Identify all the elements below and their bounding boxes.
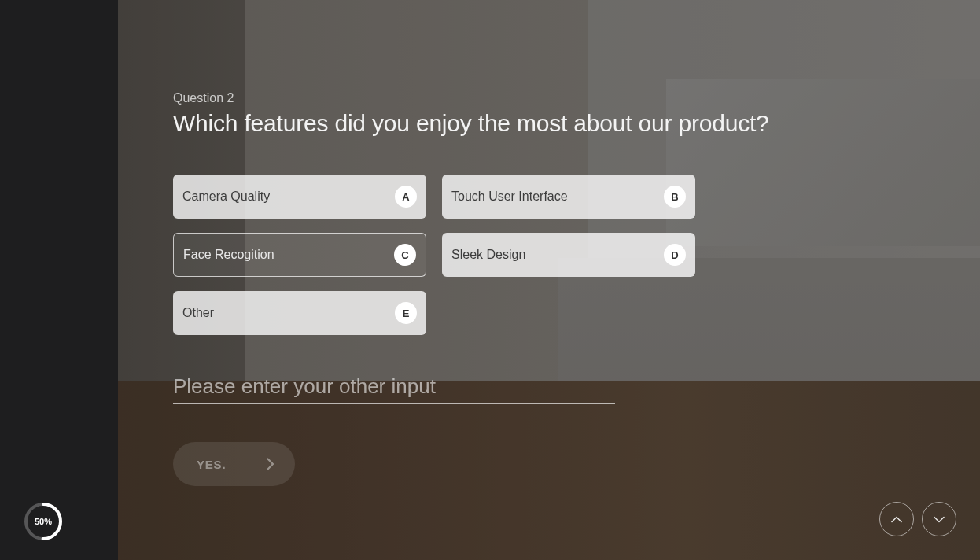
survey-content: Question 2 Which features did you enjoy … — [173, 91, 886, 486]
option-key-badge: A — [395, 186, 417, 208]
option-d[interactable]: Sleek DesignD — [442, 233, 695, 277]
submit-label: YES. — [197, 458, 226, 471]
other-text-input[interactable] — [173, 374, 615, 399]
option-c[interactable]: Face RecogitionC — [173, 233, 426, 277]
option-label: Touch User Interface — [451, 190, 568, 204]
submit-button[interactable]: YES. — [173, 442, 295, 486]
option-key-badge: E — [395, 302, 417, 324]
option-key-badge: B — [664, 186, 686, 208]
chevron-down-icon — [934, 514, 945, 525]
option-b[interactable]: Touch User InterfaceB — [442, 175, 695, 219]
next-question-button[interactable] — [922, 502, 956, 536]
prev-question-button[interactable] — [879, 502, 914, 536]
nav-arrows — [879, 502, 956, 536]
other-input-wrap — [173, 374, 615, 404]
chevron-up-icon — [891, 514, 902, 525]
chevron-right-icon — [267, 458, 274, 470]
option-key-badge: D — [664, 244, 686, 266]
option-label: Face Recogition — [183, 248, 274, 262]
progress-label: 50% — [24, 502, 63, 541]
option-label: Sleek Design — [451, 248, 525, 262]
question-number: Question 2 — [173, 91, 886, 105]
option-e[interactable]: OtherE — [173, 291, 426, 335]
option-label: Camera Quality — [182, 190, 270, 204]
progress-indicator: 50% — [24, 502, 63, 541]
option-label: Other — [182, 306, 214, 320]
option-key-badge: C — [394, 244, 416, 266]
options-grid: Camera QualityATouch User InterfaceBFace… — [173, 175, 886, 335]
question-title: Which features did you enjoy the most ab… — [173, 110, 886, 137]
option-a[interactable]: Camera QualityA — [173, 175, 426, 219]
